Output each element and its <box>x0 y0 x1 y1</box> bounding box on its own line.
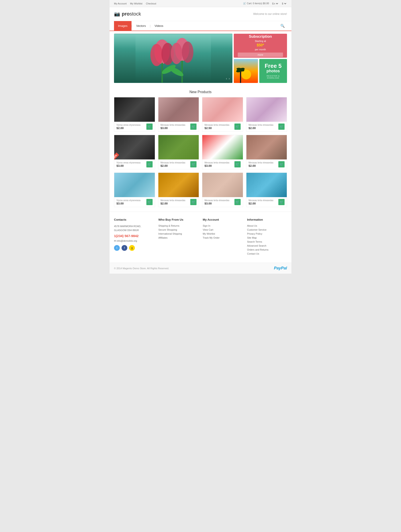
nav-vectors[interactable]: Vectors <box>132 21 150 31</box>
camera-icon: 📷 <box>114 11 120 17</box>
product-card-11: Merasas lerta vtreasedas$2.00🛒 <box>246 172 287 207</box>
product-image-7 <box>246 135 287 159</box>
search-button[interactable]: 🔍 <box>278 21 287 30</box>
free-label: photos <box>267 69 280 74</box>
tulip-image <box>114 34 232 83</box>
products-section: New Products Viyrsa veras etyseveasa$2.0… <box>109 86 292 212</box>
my-account-title: My Account <box>203 218 243 221</box>
product-name-10: Merasas lerta vtreasedas <box>204 199 229 202</box>
my-account-link-2[interactable]: My Wishlist <box>203 232 243 235</box>
nav-images[interactable]: Images <box>114 21 132 31</box>
my-account-link-3[interactable]: Track My Order <box>203 236 243 239</box>
add-to-cart-button-10[interactable]: 🛒 <box>235 199 241 205</box>
product-price-3: $2.00 <box>249 127 274 130</box>
twitter-icon[interactable]: t <box>114 245 120 251</box>
product-image-9 <box>158 173 199 197</box>
free-number: Free 5 <box>265 63 282 69</box>
add-to-cart-button-5[interactable]: 🛒 <box>190 161 197 167</box>
contact-phone[interactable]: 1(234) 567-9842 <box>114 234 154 238</box>
svg-rect-8 <box>181 61 183 83</box>
subscription-title: Subscription <box>238 34 283 39</box>
product-card-0: Viyrsa veras etyseveasa$2.00🛒 <box>114 97 155 132</box>
contacts-title: Contacts <box>114 218 154 221</box>
subscription-more-button[interactable]: more <box>238 53 283 57</box>
product-info-7: Merasas lerta vtreasedas$2.00🛒 <box>246 159 287 169</box>
welcome-text: Welcome to our online store! <box>253 13 287 16</box>
hero-main-image: ‹ › <box>114 34 232 83</box>
information-link-5[interactable]: Advanced Search <box>247 244 287 247</box>
subscription-promo: Subscription Starting at $50* per month … <box>234 34 287 58</box>
checkout-link[interactable]: Checkout <box>146 2 156 5</box>
google-icon[interactable]: g <box>129 245 135 251</box>
add-to-cart-button-8[interactable]: 🛒 <box>146 199 153 205</box>
free-photos-promo[interactable]: Free 5 photos REGISTER & DOWNLOAD <box>259 59 287 83</box>
product-info-2: Merasas lerta vtreasedas$2.50🛒 <box>202 122 243 132</box>
product-price-10: $3.00 <box>204 202 229 205</box>
product-name-7: Merasas lerta vtreasedas <box>249 161 274 164</box>
product-name-11: Merasas lerta vtreasedas <box>249 199 274 202</box>
add-to-cart-button-1[interactable]: 🛒 <box>190 124 197 130</box>
product-price-2: $2.50 <box>204 127 229 130</box>
product-image-11 <box>246 173 287 197</box>
logo[interactable]: 📷 prostock <box>114 11 141 17</box>
add-to-cart-button-0[interactable]: 🛒 <box>146 124 153 130</box>
product-card-9: Merasas lerta vtreasedas$2.00🛒 <box>158 172 199 207</box>
add-to-cart-button-9[interactable]: 🛒 <box>190 199 197 205</box>
svg-point-5 <box>171 43 182 64</box>
cart-info[interactable]: 🛒 Cart: 0 item(s) $0.00 <box>243 2 269 5</box>
hero-arrows: ‹ › <box>226 77 230 80</box>
top-bar-right: 🛒 Cart: 0 item(s) $0.00 En $ <box>243 2 287 5</box>
information-link-2[interactable]: Privacy Policy <box>247 232 287 235</box>
add-to-cart-button-11[interactable]: 🛒 <box>278 199 285 205</box>
information-link-7[interactable]: Contact Us <box>247 252 287 255</box>
who-buy-link-1[interactable]: Secure Shopping <box>158 228 198 231</box>
add-to-cart-button-6[interactable]: 🛒 <box>235 161 241 167</box>
top-bar-links: My Account My Wishlist Checkout <box>114 2 159 5</box>
product-price-7: $2.00 <box>249 164 274 167</box>
who-buy-title: Who Buy From Us <box>158 218 198 221</box>
product-info-6: Merasas lerta vtreasedas$3.00🛒 <box>202 159 243 169</box>
my-account-link-1[interactable]: View Cart <box>203 228 243 231</box>
information-link-1[interactable]: Customer Service <box>247 228 287 231</box>
product-image-5 <box>158 135 199 159</box>
product-price-4: $3.00 <box>116 164 140 167</box>
copyright: © 2014 Magento Demo Store. All Rights Re… <box>114 267 169 270</box>
logo-text: prostock <box>122 11 141 17</box>
section-title: New Products <box>114 86 287 97</box>
language-select[interactable]: En <box>271 2 279 5</box>
product-price-6: $3.00 <box>204 164 229 167</box>
prev-arrow[interactable]: ‹ <box>226 77 227 80</box>
information-title: Information <box>247 218 287 221</box>
add-to-cart-button-4[interactable]: 🛒 <box>146 161 153 167</box>
information-link-4[interactable]: Search Terms <box>247 241 287 243</box>
footer-who-buy: Who Buy From Us Shipping & ReturnsSecure… <box>158 218 198 256</box>
information-link-6[interactable]: Orders and Returns <box>247 248 287 251</box>
contact-address: 4578 MARMORA ROAD, GLASGOW D04 89GR <box>114 224 154 232</box>
who-buy-link-2[interactable]: International Shipping <box>158 232 198 235</box>
information-link-0[interactable]: About Us <box>247 224 287 227</box>
my-account-link[interactable]: My Account <box>114 2 127 5</box>
currency-select[interactable]: $ <box>281 2 287 5</box>
bottom-bar: © 2014 Magento Demo Store. All Rights Re… <box>109 263 292 274</box>
who-buy-link-0[interactable]: Shipping & Returns <box>158 224 198 227</box>
add-to-cart-button-2[interactable]: 🛒 <box>235 124 241 130</box>
product-card-4: NEWViyrsa veras etyseveasa$3.00🛒 <box>114 135 155 169</box>
footer: Contacts 4578 MARMORA ROAD, GLASGOW D04 … <box>109 212 292 263</box>
my-wishlist-link[interactable]: My Wishlist <box>130 2 142 5</box>
subscription-price: $50* <box>238 43 283 47</box>
next-arrow[interactable]: › <box>229 77 230 80</box>
product-info-1: Merasas lerta vtreasedas$3.00🛒 <box>158 122 199 132</box>
my-account-link-0[interactable]: Sign In <box>203 224 243 227</box>
information-link-3[interactable]: Site Map <box>247 236 287 239</box>
product-price-0: $2.00 <box>116 127 140 130</box>
who-buy-link-3[interactable]: Affiliates <box>158 236 198 239</box>
product-info-3: Merasas lerta vtreasedas$2.00🛒 <box>246 122 287 132</box>
product-image-2 <box>202 97 243 122</box>
facebook-icon[interactable]: f <box>121 245 127 251</box>
svg-point-2 <box>150 44 163 66</box>
add-to-cart-button-7[interactable]: 🛒 <box>278 161 285 167</box>
add-to-cart-button-3[interactable]: 🛒 <box>278 124 285 130</box>
nav-left: Images | Vectors | Videos <box>114 21 167 31</box>
nav-videos[interactable]: Videos <box>151 21 167 31</box>
product-price-9: $2.00 <box>161 202 185 205</box>
